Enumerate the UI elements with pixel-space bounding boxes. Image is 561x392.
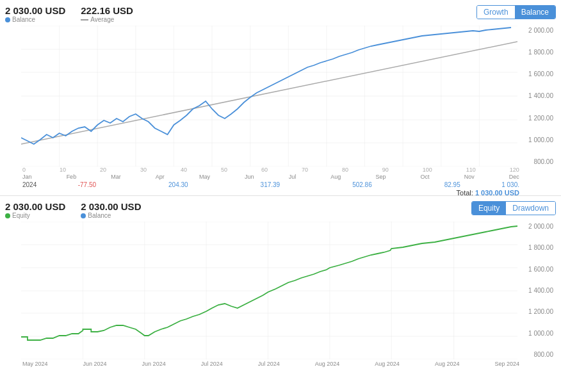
top-chart-header: 2 030.00 USD Balance 222.16 USD Average … — [0, 5, 561, 26]
x-axis-numbers: 0 10 20 30 40 50 60 70 80 90 100 110 120 — [0, 167, 561, 173]
svg-line-19 — [21, 42, 517, 144]
balance-legend-dot — [5, 17, 10, 22]
bottom-chart-area: 2 000.00 1 800.00 1 600.00 1 400.00 1 20… — [5, 222, 556, 359]
profit-jun: 204.30 — [168, 181, 188, 188]
top-chart-svg — [21, 26, 517, 167]
month-labels: Jan Feb Mar Apr May Jun Jul Aug Sep Oct … — [0, 173, 561, 180]
bottom-chart-stats: 2 030.00 USD Equity 2 030.00 USD Balance — [5, 201, 141, 219]
profit-year-total: 1 030. — [501, 181, 519, 188]
top-chart-btn-group: Growth Balance — [476, 5, 556, 19]
avg-label: Average — [81, 16, 133, 23]
balance-label: Balance — [5, 16, 65, 23]
bottom-y-axis: 2 000.00 1 800.00 1 600.00 1 400.00 1 20… — [521, 222, 556, 359]
balance2-stat: 2 030.00 USD Balance — [81, 201, 141, 219]
balance-button[interactable]: Balance — [515, 6, 555, 19]
profit-jul: 317.39 — [261, 181, 280, 188]
avg-value: 222.16 USD — [81, 5, 133, 16]
bottom-chart-panel: 2 030.00 USD Equity 2 030.00 USD Balance… — [0, 196, 561, 392]
top-chart-svg-wrapper — [21, 26, 517, 167]
equity-stat: 2 030.00 USD Equity — [5, 201, 65, 219]
growth-button[interactable]: Growth — [477, 6, 515, 19]
top-chart-panel: 2 030.00 USD Balance 222.16 USD Average … — [0, 0, 561, 196]
balance2-label: Balance — [81, 212, 141, 219]
balance2-legend-dot — [81, 213, 86, 218]
top-chart-area: 2 000.00 1 800.00 1 600.00 1 400.00 1 20… — [5, 26, 556, 167]
top-y-axis: 2 000.00 1 800.00 1 600.00 1 400.00 1 20… — [521, 26, 556, 167]
drawdown-button[interactable]: Drawdown — [506, 202, 555, 215]
profit-aug: 502.86 — [352, 181, 372, 188]
balance-stat: 2 030.00 USD Balance — [5, 5, 65, 23]
bottom-chart-svg-wrapper — [21, 222, 517, 359]
bottom-chart-header: 2 030.00 USD Equity 2 030.00 USD Balance… — [0, 201, 561, 222]
top-chart-stats: 2 030.00 USD Balance 222.16 USD Average — [5, 5, 133, 23]
balance2-value: 2 030.00 USD — [81, 201, 141, 212]
equity-button[interactable]: Equity — [472, 202, 506, 215]
profit-row: 2024 -77.50 204.30 317.39 502.86 82.95 1… — [0, 180, 561, 188]
equity-value: 2 030.00 USD — [5, 201, 65, 212]
avg-stat: 222.16 USD Average — [81, 5, 133, 23]
profit-sep: 82.95 — [444, 181, 460, 188]
bottom-chart-svg — [21, 222, 517, 359]
equity-legend-dot — [5, 213, 10, 218]
bottom-x-axis: May 2024 Jun 2024 Jun 2024 Jul 2024 Jul … — [0, 359, 561, 367]
bottom-chart-btn-group: Equity Drawdown — [471, 201, 556, 215]
balance-value: 2 030.00 USD — [5, 5, 65, 16]
avg-legend-line — [81, 19, 88, 20]
profit-may: -77.50 — [78, 181, 96, 188]
year-label: 2024 — [22, 181, 37, 188]
equity-label: Equity — [5, 212, 65, 219]
top-y-axis-left — [6, 26, 20, 167]
